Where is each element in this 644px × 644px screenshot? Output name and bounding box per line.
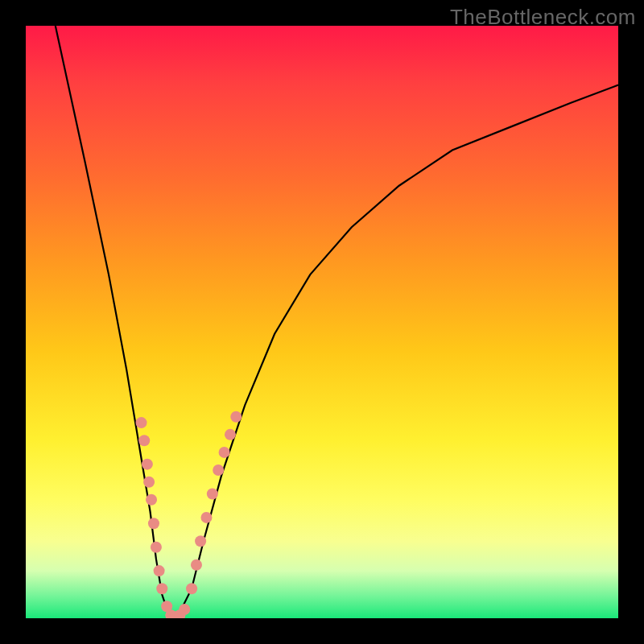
data-point [142,459,153,470]
data-point [219,447,230,458]
data-point [186,583,197,594]
chart-frame: TheBottleneck.com [0,0,644,644]
data-point [195,535,206,547]
data-point [225,429,236,440]
data-point [200,512,212,523]
data-point [191,559,202,571]
data-point [138,435,150,446]
data-point [179,604,190,615]
data-point [136,417,147,428]
data-point [148,518,159,529]
bottleneck-curve [56,26,618,618]
data-point [207,488,218,499]
data-point [213,464,224,476]
data-point [143,477,155,488]
plot-area [26,26,618,618]
data-point [230,411,242,423]
chart-svg [26,26,618,618]
data-point [151,542,162,553]
dots-layer [136,411,242,618]
data-point [156,583,167,594]
curve-layer [56,26,618,618]
data-point [154,565,165,576]
data-point [146,494,157,506]
watermark-text: TheBottleneck.com [450,5,636,30]
